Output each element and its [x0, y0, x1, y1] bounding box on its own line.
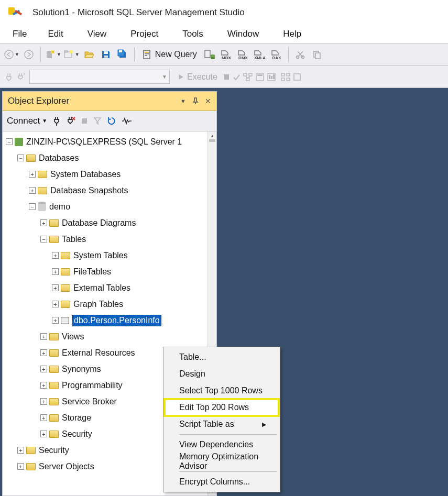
- scrollbar-thumb[interactable]: [209, 139, 215, 142]
- cut-button[interactable]: [293, 47, 308, 62]
- activity-button: [267, 72, 276, 82]
- svg-rect-13: [119, 50, 122, 52]
- expand-icon[interactable]: +: [40, 333, 47, 340]
- svg-rect-11: [104, 51, 108, 54]
- new-project-button[interactable]: ▼: [63, 47, 80, 62]
- connect-button[interactable]: Connect▼: [7, 116, 47, 126]
- menu-file[interactable]: File: [4, 27, 35, 41]
- tree-system-tables-node[interactable]: + System Tables: [3, 247, 216, 263]
- svg-rect-12: [104, 56, 108, 58]
- cm-select-top[interactable]: Select Top 1000 Rows: [165, 382, 279, 399]
- expand-icon[interactable]: +: [29, 187, 36, 194]
- expand-icon[interactable]: +: [40, 398, 47, 405]
- filter-icon[interactable]: [93, 117, 102, 125]
- cm-mem-opt[interactable]: Memory Optimization Advisor: [165, 453, 279, 470]
- activity-monitor-icon[interactable]: [122, 117, 132, 125]
- disconnect-server-icon[interactable]: [66, 116, 75, 126]
- cm-edit-top[interactable]: Edit Top 200 Rows: [165, 399, 279, 416]
- tree-graph-tables-node[interactable]: + Graph Tables: [3, 296, 216, 312]
- expand-icon[interactable]: +: [52, 317, 59, 324]
- save-all-button[interactable]: [115, 47, 130, 62]
- tree-database-snapshots-node[interactable]: + Database Snapshots: [3, 182, 216, 199]
- collapse-icon[interactable]: −: [29, 203, 36, 210]
- tree-demo-db-node[interactable]: − demo: [3, 199, 216, 215]
- expand-icon[interactable]: +: [29, 171, 36, 178]
- cm-view-deps[interactable]: View Dependencies: [165, 436, 279, 453]
- svg-rect-31: [224, 74, 229, 80]
- collapse-icon[interactable]: −: [40, 236, 47, 243]
- tree-system-databases-node[interactable]: + System Databases: [3, 166, 216, 182]
- tree-databases-node[interactable]: − Databases: [3, 150, 216, 166]
- expand-icon[interactable]: +: [40, 414, 47, 421]
- folder-icon: [26, 447, 36, 454]
- menu-separator: [179, 434, 277, 435]
- menu-project[interactable]: Project: [119, 27, 170, 41]
- menu-view[interactable]: View: [76, 27, 118, 41]
- object-explorer-title: Object Explorer: [8, 96, 69, 106]
- svg-point-3: [5, 50, 13, 59]
- expand-icon[interactable]: +: [17, 447, 24, 454]
- expand-icon[interactable]: +: [17, 463, 24, 470]
- tree-views-node[interactable]: + Views: [3, 328, 216, 345]
- save-button[interactable]: [99, 47, 113, 62]
- stop-server-icon[interactable]: [81, 117, 88, 125]
- folder-icon: [49, 333, 59, 340]
- expand-icon[interactable]: +: [40, 366, 47, 372]
- menu-separator: [179, 471, 277, 472]
- engine-query-button[interactable]: [202, 47, 217, 62]
- copy-button[interactable]: [310, 47, 324, 62]
- dax-button[interactable]: DAX: [269, 47, 284, 62]
- refresh-icon[interactable]: [107, 116, 116, 126]
- nav-forward-button[interactable]: [21, 47, 36, 62]
- expand-icon[interactable]: +: [40, 431, 47, 437]
- svg-rect-29: [315, 53, 320, 59]
- cm-design[interactable]: Design: [165, 366, 279, 382]
- folder-icon: [49, 382, 59, 389]
- folder-icon: [38, 171, 47, 178]
- disconnect-button: [4, 72, 14, 82]
- svg-rect-33: [249, 73, 252, 76]
- pin-icon[interactable]: [192, 97, 199, 105]
- tree-external-tables-node[interactable]: + External Tables: [3, 280, 216, 296]
- cm-table[interactable]: Table...: [165, 349, 279, 366]
- xmla-button[interactable]: XMLA: [253, 47, 267, 62]
- menu-help[interactable]: Help: [271, 27, 313, 41]
- svg-rect-38: [269, 75, 270, 79]
- mdx-button[interactable]: MDX: [219, 47, 234, 62]
- nav-back-button[interactable]: ▼: [4, 47, 19, 62]
- folder-icon: [49, 398, 59, 405]
- menu-edit[interactable]: Edit: [36, 27, 74, 41]
- menu-window[interactable]: Window: [216, 27, 270, 41]
- cm-script-as[interactable]: Script Table as▶: [165, 416, 279, 433]
- menu-tools[interactable]: Tools: [171, 27, 215, 41]
- tree-db-diagrams-node[interactable]: + Database Diagrams: [3, 215, 216, 231]
- scroll-up-icon[interactable]: ▴: [208, 131, 216, 140]
- tree-tables-node[interactable]: − Tables: [3, 231, 216, 247]
- expand-icon[interactable]: +: [40, 219, 47, 226]
- expand-icon[interactable]: +: [52, 284, 59, 291]
- folder-icon: [61, 252, 70, 259]
- open-button[interactable]: [82, 47, 96, 62]
- cm-encrypt[interactable]: Encrypt Columns...: [165, 473, 279, 490]
- tree-server-node[interactable]: − ZINZIN-PC\SQLEXPRESS (SQL Server 1: [3, 134, 216, 150]
- collapse-icon[interactable]: −: [17, 155, 24, 161]
- tree-table-person-node[interactable]: + dbo.Person.PersonInfo: [3, 312, 216, 328]
- svg-rect-17: [145, 55, 147, 56]
- dmx-button[interactable]: DMX: [236, 47, 250, 62]
- close-icon[interactable]: ✕: [205, 97, 211, 105]
- connect-icon[interactable]: [52, 116, 61, 126]
- expand-icon[interactable]: +: [52, 301, 59, 307]
- expand-icon[interactable]: +: [40, 349, 47, 356]
- dropdown-icon[interactable]: ▼: [180, 98, 186, 104]
- svg-rect-40: [273, 74, 275, 79]
- new-query-button[interactable]: New Query: [139, 47, 200, 62]
- svg-rect-15: [145, 52, 149, 53]
- expand-icon[interactable]: +: [40, 382, 47, 389]
- tree-filetables-node[interactable]: + FileTables: [3, 263, 216, 280]
- new-item-button[interactable]: ✦ ▼: [45, 47, 61, 62]
- execute-button: Execute: [174, 72, 221, 82]
- svg-text:XMLA: XMLA: [254, 56, 266, 60]
- collapse-icon[interactable]: −: [6, 138, 13, 145]
- expand-icon[interactable]: +: [52, 268, 59, 275]
- expand-icon[interactable]: +: [52, 252, 59, 259]
